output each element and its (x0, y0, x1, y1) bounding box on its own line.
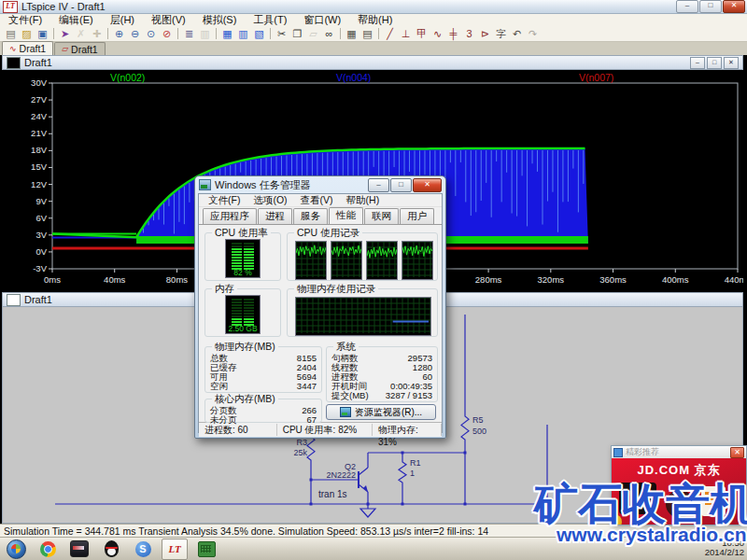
cpu-usage-group: CPU 使用率 82 % (204, 232, 281, 281)
zoom-back-icon[interactable]: ⊘ (160, 27, 174, 40)
window-controls: – □ ✕ (676, 0, 747, 13)
ad-close-icon[interactable]: ✕ (730, 447, 744, 458)
maximize-icon[interactable]: □ (699, 0, 722, 13)
restore-icon[interactable]: □ (707, 57, 722, 69)
tm-status-cell: CPU 使用率: 82% (277, 424, 373, 436)
inductor-icon[interactable]: 3 (462, 27, 476, 40)
menu-item[interactable]: 工具(T) (245, 14, 295, 26)
led-row (232, 251, 254, 253)
led-row (232, 248, 254, 250)
trace-label-V(n002)[interactable]: V(n002) (110, 72, 145, 83)
led-row (232, 262, 254, 264)
resource-monitor-button[interactable]: 资源监视器(R)... (326, 404, 436, 420)
tab-schematic[interactable]: ▱Draft1 (54, 42, 106, 55)
sogou[interactable]: S (127, 539, 159, 560)
new-file-icon[interactable]: ▤ (4, 27, 18, 40)
tm-tab-应用程序[interactable]: 应用程序 (203, 208, 257, 224)
run-icon[interactable]: ➤ (58, 27, 72, 40)
led-cell (232, 299, 242, 301)
svg-text:3V: 3V (35, 230, 47, 240)
menu-item[interactable]: 层(H) (102, 14, 143, 26)
media-player[interactable] (63, 539, 95, 560)
tile-horizontal-icon[interactable]: ▦ (220, 27, 234, 40)
zoom-out-icon[interactable]: ⊖ (128, 27, 142, 40)
memory-group: 内存 2.50 GB (204, 288, 281, 337)
text-tool-icon[interactable]: 字 (494, 27, 508, 40)
cpu-history-group: CPU 使用记录 (287, 232, 438, 281)
led-row (232, 321, 254, 323)
tm-tab-用户[interactable]: 用户 (400, 208, 434, 224)
copy-icon[interactable]: ❐ (290, 27, 304, 40)
qq[interactable] (95, 539, 127, 560)
svg-text:30V: 30V (31, 77, 48, 88)
close-icon[interactable]: ✕ (723, 0, 745, 13)
tm-menu-item[interactable]: 帮助(H) (340, 194, 387, 207)
resistor-icon[interactable]: ∿ (430, 27, 444, 40)
wire-icon[interactable]: ╱ (383, 27, 397, 40)
cascade-windows-icon[interactable]: ▧ (252, 27, 266, 40)
close-icon[interactable]: ✕ (724, 57, 739, 69)
menu-item[interactable]: 帮助(H) (349, 14, 401, 26)
schematic-tab-icon: ▱ (62, 45, 68, 53)
pan-hand-icon[interactable]: ✚ (90, 27, 104, 40)
close-icon[interactable]: ✕ (413, 178, 442, 192)
led-cell (232, 243, 242, 245)
task-manager-title-bar[interactable]: Windows 任务管理器 – □ ✕ (198, 176, 443, 193)
stat-value: 3287 / 9153 (386, 391, 432, 400)
tm-menu-item[interactable]: 文件(F) (202, 194, 247, 207)
find-icon[interactable]: ∞ (322, 27, 336, 40)
save-icon[interactable]: ▣ (35, 27, 49, 40)
cpu-usage-value: 82 % (226, 268, 260, 277)
zoom-full-icon[interactable]: ⊙ (144, 27, 158, 40)
spice-netlist-icon[interactable]: ≣ (182, 27, 196, 40)
tm-tab-性能[interactable]: 性能 (329, 207, 363, 224)
toolbar-separator (216, 28, 217, 39)
svg-text:12V: 12V (31, 179, 48, 189)
led-cell (232, 257, 242, 259)
mirror-icon[interactable]: ↷ (526, 27, 540, 40)
chrome[interactable] (32, 539, 63, 560)
minimize-icon[interactable]: – (368, 178, 389, 192)
tm-tab-联网[interactable]: 联网 (364, 208, 399, 224)
menu-item[interactable]: 模拟(S) (194, 14, 246, 26)
system-group: 系统 句柄数29573线程数1280进程数60开机时间0:00:49:35提交(… (326, 346, 438, 402)
tm-tab-服务[interactable]: 服务 (293, 208, 328, 224)
menu-item[interactable]: 视图(V) (143, 14, 194, 26)
stat-row: 未分页67 (205, 415, 321, 425)
trace-label-V(n007)[interactable]: V(n007) (579, 72, 613, 83)
tab-waveform[interactable]: ∿Draft1 (2, 41, 53, 55)
rotate-icon[interactable]: ↶ (510, 27, 524, 40)
start-button[interactable] (0, 539, 32, 560)
tm-tab-进程[interactable]: 进程 (258, 208, 292, 224)
diode-icon[interactable]: ⊳ (478, 27, 492, 40)
maximize-icon[interactable]: □ (390, 178, 412, 192)
tab-bar: ∿Draft1▱Draft1 (0, 42, 747, 55)
led-cell (232, 301, 242, 303)
led-row (232, 257, 254, 259)
efficiency-report-icon[interactable]: ▥ (198, 27, 212, 40)
circuit-tool[interactable] (190, 539, 222, 560)
menu-item[interactable]: 文件(F) (0, 14, 50, 26)
menu-item[interactable]: 窗口(W) (295, 14, 349, 26)
net-label-icon[interactable]: 甲 (415, 27, 429, 40)
open-folder-icon[interactable]: ▨ (20, 27, 34, 40)
print-preview-icon[interactable]: ▤ (360, 27, 374, 40)
tm-menu-item[interactable]: 查看(V) (294, 194, 340, 207)
ground-icon[interactable]: ⊥ (399, 27, 413, 40)
tm-menu-item[interactable]: 选项(O) (247, 194, 293, 207)
minimize-icon[interactable]: – (690, 57, 705, 69)
halt-icon[interactable]: ✗ (74, 27, 88, 40)
ltspice-taskbar[interactable]: LT (159, 539, 190, 560)
capacitor-icon[interactable]: ╪ (446, 27, 460, 40)
minimize-icon[interactable]: – (676, 0, 698, 13)
led-cell (232, 315, 242, 317)
paste-icon[interactable]: ▱ (306, 27, 320, 40)
trace-label-V(n004)[interactable]: V(n004) (336, 72, 371, 83)
zoom-in-icon[interactable]: ⊕ (112, 27, 126, 40)
tile-vertical-icon[interactable]: ▥ (236, 27, 250, 40)
print-icon[interactable]: ▦ (345, 27, 359, 40)
menu-item[interactable]: 编辑(E) (50, 14, 102, 26)
svg-text:R3: R3 (296, 438, 307, 447)
svg-text:21V: 21V (31, 128, 48, 138)
cut-icon[interactable]: ✂ (275, 27, 289, 40)
